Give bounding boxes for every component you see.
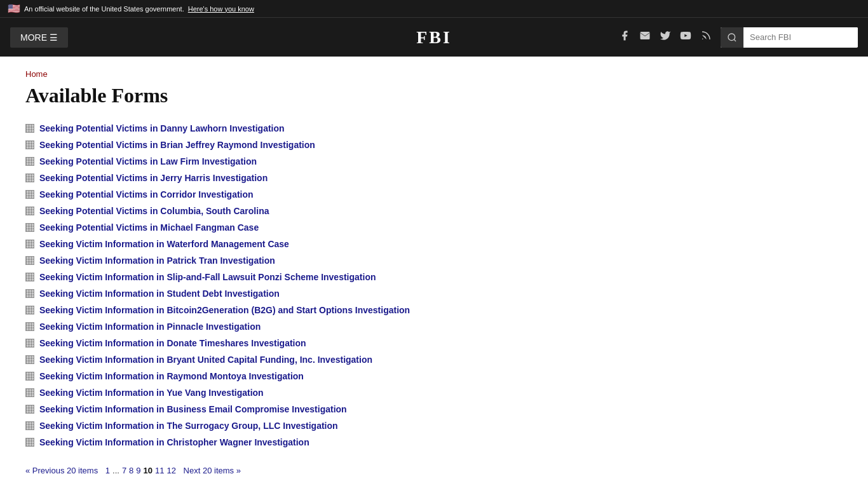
navbar-left: MORE ☰	[10, 27, 68, 48]
list-bullet-icon	[25, 355, 34, 364]
list-bullet-icon	[25, 322, 34, 331]
form-link[interactable]: Seeking Victim Information in The Surrog…	[39, 421, 338, 431]
us-flag: 🇺🇸	[8, 3, 20, 15]
form-link[interactable]: Seeking Potential Victims in Law Firm In…	[39, 156, 257, 166]
svg-point-1	[702, 39, 703, 40]
list-bullet-icon	[25, 388, 34, 397]
form-link[interactable]: Seeking Victim Information in Patrick Tr…	[39, 255, 275, 266]
how-you-know-link[interactable]: Here's how you know	[188, 5, 254, 13]
pagination-sep1	[100, 466, 103, 475]
list-item: Seeking Potential Victims in Corridor In…	[25, 186, 674, 203]
page-title: Available Forms	[25, 84, 674, 107]
list-bullet-icon	[25, 173, 34, 182]
list-bullet-icon	[25, 223, 34, 232]
list-bullet-icon	[25, 240, 34, 248]
list-item: Seeking Victim Information in Bryant Uni…	[25, 351, 674, 368]
svg-line-3	[734, 39, 736, 41]
page-10-current: 10	[144, 466, 153, 475]
breadcrumb[interactable]: Home	[25, 69, 674, 79]
pagination: « Previous 20 items 1 ... 7 8 9 10 11 12…	[25, 466, 674, 475]
list-bullet-icon	[25, 157, 34, 166]
gov-banner: 🇺🇸 An official website of the United Sta…	[0, 0, 868, 17]
page-8-link[interactable]: 8	[129, 466, 133, 475]
list-item: Seeking Victim Information in Student De…	[25, 285, 674, 302]
page-content: Home Available Forms Seeking Potential V…	[0, 57, 699, 488]
list-bullet-icon	[25, 339, 34, 348]
list-item: Seeking Victim Information in Patrick Tr…	[25, 252, 674, 269]
form-link[interactable]: Seeking Potential Victims in Danny Lawho…	[39, 123, 285, 133]
form-link[interactable]: Seeking Victim Information in Christophe…	[39, 437, 309, 447]
list-bullet-icon	[25, 273, 34, 281]
list-item: Seeking Victim Information in Christophe…	[25, 434, 674, 451]
form-link[interactable]: Seeking Victim Information in Raymond Mo…	[39, 371, 304, 381]
list-item: Seeking Potential Victims in Columbia, S…	[25, 203, 674, 219]
list-bullet-icon	[25, 256, 34, 265]
list-bullet-icon	[25, 421, 34, 430]
youtube-icon[interactable]	[680, 30, 691, 44]
form-link[interactable]: Seeking Victim Information in Bryant Uni…	[39, 355, 372, 365]
list-bullet-icon	[25, 438, 34, 447]
list-item: Seeking Victim Information in Pinnacle I…	[25, 318, 674, 335]
list-bullet-icon	[25, 124, 34, 133]
email-icon[interactable]	[639, 30, 651, 44]
form-link[interactable]: Seeking Potential Victims in Corridor In…	[39, 189, 254, 200]
ellipsis: ...	[112, 466, 119, 475]
list-item: Seeking Potential Victims in Brian Jeffr…	[25, 137, 674, 153]
form-link[interactable]: Seeking Victim Information in Waterford …	[39, 239, 289, 249]
svg-point-2	[728, 34, 735, 41]
list-item: Seeking Victim Information in Raymond Mo…	[25, 368, 674, 384]
form-link[interactable]: Seeking Victim Information in Business E…	[39, 404, 347, 414]
list-bullet-icon	[25, 140, 34, 149]
page-9-link[interactable]: 9	[136, 466, 140, 475]
next-page-link[interactable]: Next 20 items »	[184, 466, 241, 475]
navbar-right	[619, 27, 858, 48]
form-link[interactable]: Seeking Victim Information in Pinnacle I…	[39, 322, 261, 332]
form-link[interactable]: Seeking Victim Information in Slip-and-F…	[39, 272, 376, 282]
navbar: MORE ☰ FBI	[0, 17, 868, 57]
list-bullet-icon	[25, 306, 34, 315]
page-11-link[interactable]: 11	[155, 466, 164, 475]
list-item: Seeking Potential Victims in Michael Fan…	[25, 219, 674, 236]
search-input[interactable]	[743, 27, 858, 47]
list-item: Seeking Victim Information in Donate Tim…	[25, 335, 674, 351]
form-link[interactable]: Seeking Victim Information in Yue Vang I…	[39, 388, 264, 398]
prev-page-link[interactable]: « Previous 20 items	[25, 466, 98, 475]
form-link[interactable]: Seeking Potential Victims in Columbia, S…	[39, 206, 269, 216]
form-link[interactable]: Seeking Victim Information in Bitcoin2Ge…	[39, 305, 410, 315]
list-item: Seeking Potential Victims in Jerry Harri…	[25, 170, 674, 186]
list-item: Seeking Victim Information in Waterford …	[25, 236, 674, 252]
fbi-logo: FBI	[416, 27, 452, 48]
twitter-icon[interactable]	[660, 30, 671, 44]
search-container	[721, 27, 858, 48]
form-link[interactable]: Seeking Victim Information in Student De…	[39, 288, 280, 299]
list-bullet-icon	[25, 289, 34, 298]
navbar-center: FBI	[416, 27, 452, 48]
form-link[interactable]: Seeking Potential Victims in Jerry Harri…	[39, 173, 268, 183]
list-item: Seeking Potential Victims in Danny Lawho…	[25, 120, 674, 137]
page-1-link[interactable]: 1	[105, 466, 110, 475]
page-12-link[interactable]: 12	[167, 466, 176, 475]
list-item: Seeking Victim Information in Slip-and-F…	[25, 269, 674, 285]
page-7-link[interactable]: 7	[122, 466, 126, 475]
list-bullet-icon	[25, 372, 34, 381]
list-bullet-icon	[25, 405, 34, 414]
list-item: Seeking Victim Information in Yue Vang I…	[25, 384, 674, 401]
forms-list: Seeking Potential Victims in Danny Lawho…	[25, 120, 674, 451]
list-bullet-icon	[25, 190, 34, 199]
list-bullet-icon	[25, 207, 34, 215]
list-item: Seeking Potential Victims in Law Firm In…	[25, 153, 674, 170]
gov-banner-text: An official website of the United States…	[24, 5, 184, 13]
list-item: Seeking Victim Information in Business E…	[25, 401, 674, 417]
rss-icon[interactable]	[700, 30, 712, 44]
form-link[interactable]: Seeking Victim Information in Donate Tim…	[39, 338, 306, 348]
facebook-icon[interactable]	[619, 30, 630, 44]
more-button[interactable]: MORE ☰	[10, 27, 68, 48]
form-link[interactable]: Seeking Potential Victims in Michael Fan…	[39, 222, 259, 233]
list-item: Seeking Victim Information in Bitcoin2Ge…	[25, 302, 674, 318]
list-item: Seeking Victim Information in The Surrog…	[25, 417, 674, 434]
form-link[interactable]: Seeking Potential Victims in Brian Jeffr…	[39, 140, 315, 150]
search-button[interactable]	[721, 27, 743, 48]
pagination-sep2	[179, 466, 181, 475]
